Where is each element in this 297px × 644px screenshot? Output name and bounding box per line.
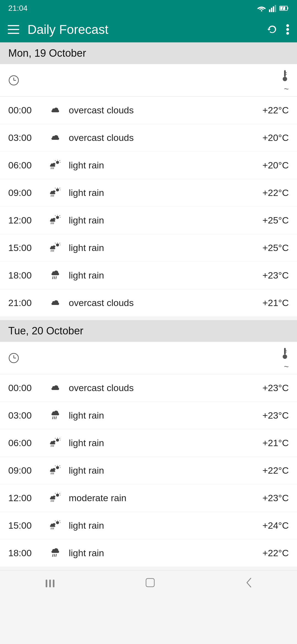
forecast-row-0-3: 09:00 light rain +22°C — [0, 179, 297, 207]
row-time-0-5: 15:00 — [8, 242, 44, 253]
row-icon-0-4 — [44, 214, 66, 227]
row-desc-1-4: moderate rain — [66, 492, 245, 504]
row-time-1-4: 12:00 — [8, 493, 44, 503]
svg-rect-18 — [284, 70, 286, 77]
more-icon — [286, 24, 289, 35]
svg-line-80 — [51, 473, 51, 474]
row-icon-1-3 — [44, 465, 66, 477]
svg-rect-3 — [273, 6, 274, 12]
row-desc-1-3: light rain — [66, 464, 245, 476]
svg-line-27 — [51, 167, 51, 169]
forecast-row-0-7: 21:00 overcast clouds +21°C — [0, 289, 297, 317]
svg-line-42 — [55, 215, 56, 216]
svg-line-99 — [53, 554, 53, 556]
svg-line-96 — [51, 528, 51, 529]
svg-line-50 — [55, 243, 56, 243]
nav-back-button[interactable] — [245, 577, 252, 591]
date-header-0: Mon, 19 October — [0, 42, 297, 64]
svg-line-52 — [52, 250, 53, 252]
status-time: 21:04 — [8, 4, 28, 13]
svg-rect-104 — [53, 580, 54, 587]
svg-line-24 — [60, 160, 60, 161]
nav-menu-icon — [45, 580, 56, 587]
row-temp-1-3: +22°C — [245, 465, 289, 476]
svg-line-36 — [52, 195, 53, 197]
section-1: Tue, 20 October ~ 00:00 — [0, 320, 297, 567]
svg-line-88 — [51, 500, 51, 502]
row-time-1-3: 09:00 — [8, 465, 44, 476]
svg-rect-60 — [284, 348, 286, 354]
row-temp-0-5: +25°C — [245, 242, 289, 253]
forecast-row-1-4: 12:00 moderate rain +23°C — [0, 484, 297, 512]
svg-point-67 — [56, 438, 59, 441]
row-time-0-1: 03:00 — [8, 132, 44, 143]
svg-line-100 — [54, 554, 55, 556]
row-time-1-2: 06:00 — [8, 438, 44, 448]
row-temp-0-7: +21°C — [245, 298, 289, 308]
row-time-0-0: 00:00 — [8, 105, 44, 116]
app-bar: Daily Forecast — [0, 17, 297, 42]
svg-line-45 — [54, 222, 54, 224]
svg-rect-21 — [285, 74, 287, 75]
svg-line-53 — [54, 250, 54, 252]
row-desc-0-1: overcast clouds — [66, 132, 245, 144]
battery-icon — [279, 5, 289, 11]
row-temp-0-6: +23°C — [245, 270, 289, 281]
svg-line-79 — [55, 465, 56, 466]
svg-line-93 — [60, 520, 60, 521]
svg-rect-63 — [285, 352, 287, 352]
section-0: Mon, 19 October ~ 00:00 — [0, 42, 297, 317]
svg-rect-103 — [49, 580, 51, 587]
svg-rect-62 — [285, 350, 287, 351]
row-desc-1-6: light rain — [66, 547, 245, 559]
row-desc-0-5: light rain — [66, 242, 245, 254]
nav-home-icon — [145, 577, 155, 588]
row-temp-1-4: +23°C — [245, 493, 289, 503]
svg-line-37 — [54, 195, 54, 197]
svg-line-85 — [60, 493, 60, 493]
status-icons — [257, 4, 289, 12]
svg-rect-20 — [285, 72, 287, 73]
svg-line-71 — [55, 438, 56, 438]
svg-line-54 — [53, 277, 53, 279]
svg-rect-1 — [269, 9, 270, 12]
row-desc-0-0: overcast clouds — [66, 104, 245, 116]
nav-home-button[interactable] — [145, 577, 155, 590]
nav-bar — [0, 570, 297, 597]
col-time-icon-1 — [8, 353, 30, 366]
svg-point-19 — [283, 77, 287, 81]
row-icon-0-0 — [44, 104, 66, 116]
forecast-row-1-0: 00:00 overcast clouds +23°C — [0, 374, 297, 402]
row-icon-1-6 — [44, 547, 66, 559]
row-icon-0-7 — [44, 297, 66, 309]
row-desc-1-0: overcast clouds — [66, 382, 245, 394]
refresh-button[interactable] — [267, 24, 278, 35]
refresh-icon — [267, 24, 278, 35]
forecast-row-0-4: 12:00 light rain +25°C — [0, 207, 297, 234]
row-time-0-4: 12:00 — [8, 215, 44, 226]
row-temp-1-1: +23°C — [245, 410, 289, 421]
row-icon-1-2 — [44, 437, 66, 449]
row-time-0-6: 18:00 — [8, 270, 44, 281]
col-headers-1: ~ — [0, 342, 297, 374]
row-time-1-1: 03:00 — [8, 410, 44, 421]
menu-button[interactable] — [8, 25, 19, 34]
nav-menu-button[interactable] — [45, 578, 56, 590]
row-temp-1-5: +24°C — [245, 520, 289, 531]
svg-line-29 — [54, 167, 54, 169]
more-button[interactable] — [286, 24, 289, 35]
svg-line-43 — [51, 222, 51, 224]
svg-line-35 — [51, 195, 51, 197]
svg-line-40 — [60, 215, 60, 216]
svg-line-89 — [52, 500, 53, 502]
row-desc-0-3: light rain — [66, 187, 245, 199]
col-headers-0: ~ — [0, 64, 297, 97]
svg-line-55 — [54, 277, 55, 279]
forecast-row-1-6: 18:00 light rain +22°C — [0, 539, 297, 567]
svg-rect-6 — [287, 7, 288, 9]
svg-point-12 — [286, 24, 289, 27]
row-icon-0-3 — [44, 187, 66, 199]
svg-line-66 — [56, 417, 56, 419]
col-temp-1: ~ — [245, 347, 289, 371]
forecast-row-0-6: 18:00 light rain +23°C — [0, 262, 297, 289]
